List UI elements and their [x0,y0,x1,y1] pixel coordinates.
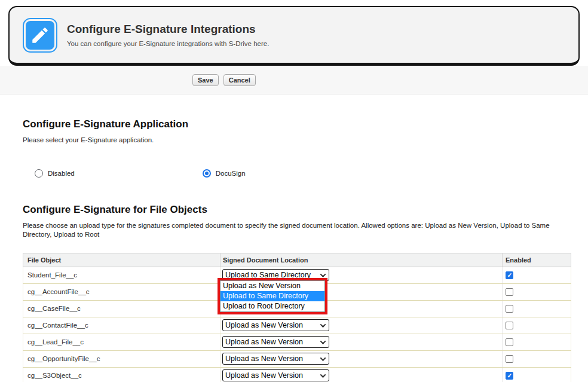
enabled-checkbox[interactable] [506,355,513,363]
file-object-name: cg__OpportunityFile__c [23,350,220,367]
file-object-name: cg__AccountFile__c [23,283,220,300]
column-header-file-object: File Object [23,253,220,267]
page-subtitle: You can configure your E-Signature integ… [67,40,269,47]
column-header-enabled: Enabled [503,253,571,267]
chevron-down-icon [320,338,326,344]
location-select-value: Upload as New Version [225,371,303,380]
enabled-checkbox[interactable] [506,305,513,313]
dropdown-option[interactable]: Upload as New Version [220,281,324,291]
radio-option-docusign[interactable]: DocuSign [203,169,246,178]
enabled-checkbox[interactable] [506,288,513,296]
page-title: Configure E-Signature Integrations [67,23,269,36]
enabled-checkbox[interactable] [506,322,513,329]
dropdown-option[interactable]: Upload to Same Directory [220,291,324,301]
radio-label-docusign: DocuSign [216,170,246,177]
chevron-down-icon [320,355,326,361]
main-content: Configure E-Signature Application Please… [0,118,588,382]
file-section-description: Please choose an upload type for the sig… [23,221,564,240]
radio-option-disabled[interactable]: Disabled [35,169,75,178]
radio-button-disabled[interactable] [35,169,43,178]
location-select[interactable]: Upload as New Version [222,336,329,348]
pencil-glyph [30,25,50,45]
edit-pencil-icon-background [26,21,54,50]
radio-button-docusign[interactable] [203,169,211,178]
location-dropdown-menu: Upload as New Version Upload to Same Dir… [220,280,325,312]
annotation-highlight-box: Upload as New Version Upload to Same Dir… [218,278,327,314]
file-object-name: Student_File__c [23,267,220,283]
file-object-name: cg__ContactFile__c [23,317,220,334]
cancel-button[interactable]: Cancel [223,74,256,86]
table-row: cg__OpportunityFile__c Upload as New Ver… [23,350,571,367]
chevron-down-icon [320,322,326,328]
save-button[interactable]: Save [192,74,219,86]
location-select[interactable]: Upload as New Version [222,369,329,381]
file-object-name: cg__S3Object__c [23,367,220,382]
location-select[interactable]: Upload as New Version [222,353,329,365]
radio-label-disabled: Disabled [48,170,75,177]
location-select-value: Upload as New Version [225,321,303,329]
app-section-heading: Configure E-Signature Application [23,118,588,130]
enabled-checkbox[interactable] [506,372,513,380]
file-section-heading: Configure E-Signature for File Objects [23,204,588,216]
enabled-checkbox[interactable] [506,338,513,346]
table-row: cg__ContactFile__c Upload as New Version [23,317,571,334]
toolbar: Save Cancel [0,66,588,94]
file-objects-table: File Object Signed Document Location Ena… [23,253,571,382]
chevron-down-icon [320,372,326,378]
column-header-signed-document-location: Signed Document Location [220,253,503,267]
page-header: Configure E-Signature Integrations You c… [8,6,580,66]
table-row: cg__Lead_File__c Upload as New Version [23,334,571,350]
location-select-value: Upload as New Version [225,355,303,363]
edit-pencil-icon [23,18,57,53]
enabled-checkbox[interactable] [506,271,513,279]
file-object-name: cg__Lead_File__c [23,334,220,350]
radio-dot [205,172,209,175]
location-select-value: Upload as New Version [225,338,303,346]
app-section-description: Please select your E-Signature applicati… [23,136,588,145]
location-select[interactable]: Upload as New Version [222,319,329,331]
file-object-name: cg__CaseFile__c [23,300,220,317]
table-header-row: File Object Signed Document Location Ena… [23,253,571,267]
dropdown-option[interactable]: Upload to Root Directory [220,301,324,311]
table-row: cg__S3Object__c Upload as New Version [23,367,571,382]
chevron-down-icon [320,271,326,277]
esignature-app-radio-group: Disabled DocuSign [23,169,588,178]
